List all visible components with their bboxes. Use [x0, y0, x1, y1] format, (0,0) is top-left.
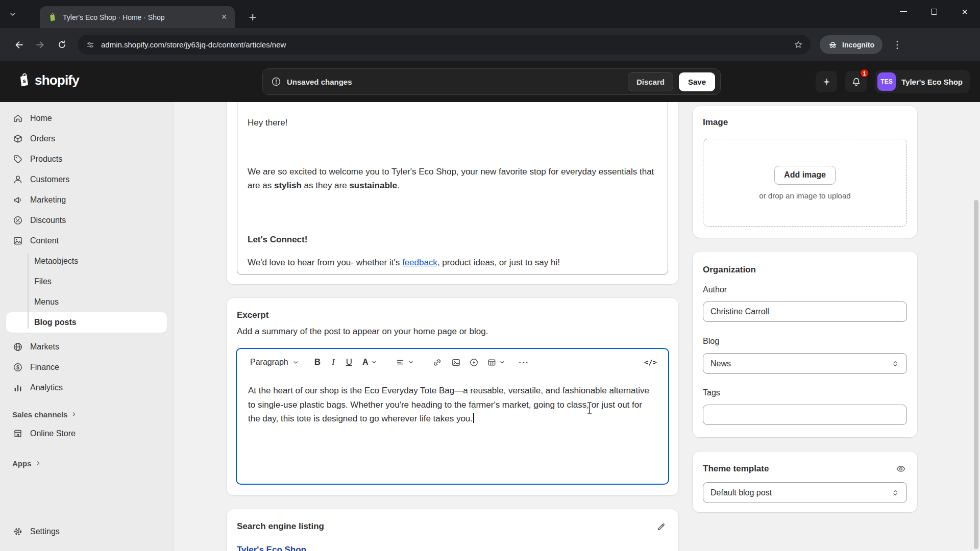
- excerpt-card: Excerpt Add a summary of the post to app…: [227, 298, 678, 495]
- gear-icon: [12, 526, 23, 537]
- sidekick-button[interactable]: [816, 71, 837, 92]
- analytics-icon: [12, 382, 23, 393]
- sales-channels-header[interactable]: Sales channels: [6, 405, 167, 423]
- discounts-icon: [12, 215, 23, 226]
- select-stepper-icon: [891, 489, 899, 497]
- sidebar-item-blog-posts[interactable]: Blog posts: [6, 312, 167, 333]
- theme-visibility-button[interactable]: [894, 462, 908, 476]
- sidebar-item-menus[interactable]: Menus: [6, 292, 167, 312]
- sidebar: Home Orders Products Customers Marketing…: [0, 102, 174, 551]
- apps-header[interactable]: Apps: [6, 454, 167, 472]
- image-card-title: Image: [703, 117, 728, 128]
- excerpt-editor[interactable]: Paragraph B I U A: [236, 348, 669, 485]
- browser-tab[interactable]: Tyler's Eco Shop · Home · Shop ×: [40, 6, 235, 28]
- site-info-icon[interactable]: [86, 40, 95, 49]
- forward-button[interactable]: [30, 34, 51, 56]
- author-input[interactable]: Christine Carroll: [703, 302, 907, 322]
- url-text[interactable]: admin.shopify.com/store/jy63jq-dc/conten…: [101, 40, 787, 49]
- sidebar-item-customers[interactable]: Customers: [6, 169, 167, 190]
- text-caret: [473, 413, 474, 423]
- sidebar-item-finance[interactable]: $ Finance: [6, 357, 167, 378]
- marketing-icon: [12, 194, 23, 206]
- image-dropzone[interactable]: Add image or drop an image to upload: [703, 139, 907, 227]
- excerpt-text[interactable]: At the heart of our shop is the Eco Ever…: [248, 384, 655, 426]
- sidebar-item-files[interactable]: Files: [6, 271, 167, 292]
- insert-table-dropdown[interactable]: [487, 358, 505, 367]
- alignment-dropdown[interactable]: [396, 358, 414, 367]
- sidekick-sparkle-icon: [821, 77, 832, 87]
- paragraph-style-label: Paragraph: [250, 358, 288, 367]
- link-button[interactable]: [432, 358, 442, 367]
- tab-search-button[interactable]: [5, 7, 20, 22]
- window-minimize-button[interactable]: [888, 0, 919, 23]
- code-view-button[interactable]: </>: [644, 358, 657, 366]
- post-paragraph: We'd love to hear from you- whether it's…: [248, 256, 657, 269]
- excerpt-description: Add a summary of the post to appear on y…: [237, 327, 488, 337]
- new-tab-button[interactable]: +: [244, 8, 261, 26]
- sidebar-item-orders[interactable]: Orders: [6, 129, 167, 149]
- excerpt-title: Excerpt: [237, 310, 268, 320]
- sidebar-item-metaobjects[interactable]: Metaobjects: [6, 251, 167, 271]
- sidebar-item-products[interactable]: Products: [6, 149, 167, 169]
- sidebar-item-online-store[interactable]: Online Store: [6, 423, 167, 444]
- home-icon: [12, 113, 23, 124]
- author-label: Author: [703, 285, 727, 294]
- paragraph-style-dropdown[interactable]: Paragraph: [250, 358, 299, 367]
- save-button[interactable]: Save: [679, 72, 715, 91]
- notifications-button[interactable]: 1: [845, 71, 867, 92]
- blog-label: Blog: [703, 337, 719, 346]
- minimize-icon: [900, 11, 907, 12]
- italic-button[interactable]: I: [332, 357, 335, 367]
- chevron-down-icon: [371, 359, 377, 365]
- feedback-link[interactable]: feedback: [402, 258, 437, 267]
- store-menu[interactable]: TES Tyler's Eco Shop: [875, 70, 970, 93]
- maximize-icon: [931, 9, 937, 15]
- shopify-logo[interactable]: s shopify: [17, 72, 79, 88]
- sidebar-item-analytics[interactable]: Analytics: [6, 378, 167, 398]
- tab-close-icon[interactable]: ×: [218, 12, 230, 23]
- tags-input[interactable]: [703, 405, 907, 425]
- sidebar-item-label: Content: [30, 236, 59, 245]
- reload-button[interactable]: [51, 34, 72, 56]
- store-name: Tyler's Eco Shop: [901, 78, 963, 86]
- sidebar-item-discounts[interactable]: Discounts: [6, 210, 167, 231]
- text-color-label: A: [362, 358, 369, 367]
- insert-video-button[interactable]: [469, 358, 479, 367]
- sidebar-item-label: Finance: [30, 363, 59, 372]
- back-button[interactable]: [8, 34, 30, 56]
- bold-button[interactable]: B: [314, 357, 321, 367]
- scrollbar-thumb[interactable]: [974, 200, 978, 549]
- author-value: Christine Carroll: [710, 307, 769, 316]
- bookmark-star-icon[interactable]: [793, 40, 803, 50]
- post-content-editor[interactable]: Hey there! We are so excited to welcome …: [237, 102, 668, 275]
- address-bar[interactable]: admin.shopify.com/store/jy63jq-dc/conten…: [78, 35, 811, 55]
- sidebar-item-label: Customers: [30, 175, 69, 184]
- shopify-favicon-icon: [48, 13, 57, 22]
- sidebar-item-label: Home: [30, 114, 52, 123]
- sidebar-item-markets[interactable]: Markets: [6, 337, 167, 357]
- add-image-button[interactable]: Add image: [774, 166, 836, 185]
- discard-button[interactable]: Discard: [628, 72, 673, 91]
- sidebar-item-marketing[interactable]: Marketing: [6, 190, 167, 210]
- sidebar-item-content[interactable]: Content: [6, 231, 167, 251]
- alert-icon: [271, 77, 281, 87]
- sidebar-item-label: Marketing: [30, 195, 66, 205]
- products-icon: [12, 154, 23, 165]
- incognito-label: Incognito: [842, 41, 874, 49]
- more-options-button[interactable]: ⋯: [519, 356, 529, 368]
- sidebar-item-home[interactable]: Home: [6, 108, 167, 129]
- shopify-logo-icon: s: [17, 73, 31, 88]
- seo-edit-button[interactable]: [654, 519, 668, 534]
- window-maximize-button[interactable]: [919, 0, 949, 23]
- blog-value: News: [710, 359, 731, 368]
- image-card: Image Add image or drop an image to uplo…: [693, 106, 917, 238]
- pencil-icon: [656, 522, 666, 532]
- insert-image-button[interactable]: [451, 358, 461, 367]
- text-color-dropdown[interactable]: A: [362, 358, 377, 367]
- blog-select[interactable]: News: [703, 353, 907, 374]
- theme-template-select[interactable]: Default blog post: [703, 482, 907, 503]
- browser-menu-button[interactable]: ⋮: [890, 39, 905, 51]
- sidebar-item-settings[interactable]: Settings: [6, 521, 167, 542]
- window-close-button[interactable]: ×: [949, 0, 980, 23]
- underline-button[interactable]: U: [346, 357, 352, 367]
